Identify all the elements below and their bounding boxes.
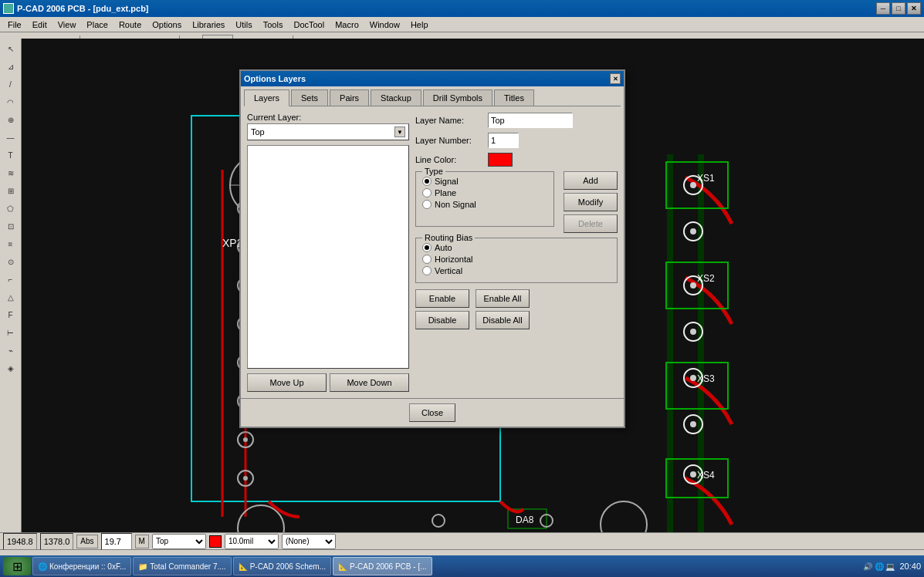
lt-wire[interactable]: ⊿ <box>2 58 19 75</box>
disable-buttons-row: Disable Disable All <box>415 311 618 329</box>
type-signal-row[interactable]: Signal <box>422 177 547 186</box>
layer-select[interactable]: Top <box>152 534 206 549</box>
menu-route[interactable]: Route <box>114 19 146 31</box>
lt-pad[interactable]: ≋ <box>2 164 19 181</box>
type-group-box: Type Signal Plane Non Signal <box>415 171 554 227</box>
type-nonsignal-radio[interactable] <box>422 200 432 209</box>
move-down-button[interactable]: Move Down <box>330 373 409 392</box>
taskbar-item-conf[interactable]: 🌐 Конференции :: 0xF... <box>32 557 131 575</box>
menu-macro[interactable]: Macro <box>330 19 364 31</box>
svg-point-19 <box>243 437 248 442</box>
routing-vertical-radio[interactable] <box>422 266 432 275</box>
lt-shape[interactable]: △ <box>2 288 19 305</box>
dialog-title-bar: Options Layers ✕ <box>241 71 624 86</box>
menu-help[interactable]: Help <box>406 19 433 31</box>
current-layer-value: Top <box>251 127 265 137</box>
coord-y-field: 1378.0 <box>40 533 74 550</box>
close-button[interactable]: ✕ <box>907 2 921 15</box>
lt-text[interactable]: T <box>2 147 19 164</box>
type-signal-radio[interactable] <box>422 177 432 186</box>
disable-button[interactable]: Disable <box>415 311 469 329</box>
tab-sets[interactable]: Sets <box>291 89 328 106</box>
type-plane-radio[interactable] <box>422 188 432 197</box>
tab-layers[interactable]: Layers <box>244 89 289 106</box>
menu-libraries[interactable]: Libraries <box>188 19 229 31</box>
line-width-select[interactable]: 10.0mil <box>225 534 279 549</box>
layer-list-box[interactable] <box>247 145 409 369</box>
menu-place[interactable]: Place <box>82 19 113 31</box>
maximize-button[interactable]: □ <box>892 2 905 15</box>
current-layer-dropdown[interactable]: Top ▼ <box>247 123 409 140</box>
tab-titles[interactable]: Titles <box>494 89 534 106</box>
type-plane-row[interactable]: Plane <box>422 188 547 197</box>
routing-auto-radio[interactable] <box>422 243 432 252</box>
layer-number-input[interactable] <box>488 133 519 148</box>
enable-button[interactable]: Enable <box>415 289 469 308</box>
taskbar-item-pcb[interactable]: 📐 P-CAD 2006 PCB - [... <box>333 557 432 575</box>
svg-point-46 <box>690 329 696 335</box>
start-button[interactable]: ⊞ <box>3 557 31 575</box>
routing-vertical-label: Vertical <box>435 266 462 275</box>
lt-pour[interactable]: ⊡ <box>2 218 19 235</box>
routing-horizontal-radio[interactable] <box>422 255 432 264</box>
menu-file[interactable]: File <box>3 19 26 31</box>
clock: 20:40 <box>899 562 921 571</box>
line-color-picker[interactable] <box>488 153 513 167</box>
move-up-button[interactable]: Move Up <box>247 373 327 392</box>
lt-measure[interactable]: — <box>2 129 19 146</box>
close-dialog-button[interactable]: Close <box>409 403 455 422</box>
menu-tools[interactable]: Tools <box>259 19 288 31</box>
menu-window[interactable]: Window <box>365 19 404 31</box>
lt-arc[interactable]: ◠ <box>2 93 19 110</box>
disable-all-button[interactable]: Disable All <box>476 311 530 329</box>
routing-horizontal-row[interactable]: Horizontal <box>422 255 611 264</box>
type-plane-label: Plane <box>435 188 456 197</box>
type-nonsignal-row[interactable]: Non Signal <box>422 200 547 209</box>
tab-drill-symbols[interactable]: Drill Symbols <box>423 89 492 106</box>
delete-button[interactable]: Delete <box>564 214 618 233</box>
svg-point-42 <box>690 228 696 235</box>
abs-btn[interactable]: Abs <box>76 535 97 548</box>
lt-rule[interactable]: F <box>2 306 19 323</box>
tab-pairs[interactable]: Pairs <box>330 89 369 106</box>
left-panel: Current Layer: Top ▼ Move Up Move Down <box>247 113 409 392</box>
svg-point-21 <box>243 476 248 481</box>
taskbar-item-tc[interactable]: 📁 Total Commander 7.... <box>133 557 231 575</box>
menu-utils[interactable]: Utils <box>231 19 256 31</box>
dialog-tabs: Layers Sets Pairs Stackup Drill Symbols … <box>244 89 621 106</box>
modify-button[interactable]: Modify <box>564 193 618 211</box>
menu-edit[interactable]: Edit <box>28 19 52 31</box>
lt-select[interactable]: ↖ <box>2 40 19 57</box>
svg-text:DA8: DA8 <box>516 515 534 525</box>
svg-text:XS4: XS4 <box>697 470 715 481</box>
minimize-button[interactable]: ─ <box>876 2 890 15</box>
lt-misc2[interactable]: ⌁ <box>2 342 19 359</box>
menu-doctool[interactable]: DocTool <box>289 19 329 31</box>
dialog-close-x[interactable]: ✕ <box>610 73 621 84</box>
menu-options[interactable]: Options <box>147 19 186 31</box>
enable-all-button[interactable]: Enable All <box>476 289 530 308</box>
svg-point-44 <box>690 282 696 288</box>
routing-auto-row[interactable]: Auto <box>422 243 611 252</box>
lt-misc3[interactable]: ◈ <box>2 359 19 376</box>
tab-stackup[interactable]: Stackup <box>371 89 421 106</box>
zoom-input[interactable] <box>101 533 132 550</box>
lt-poly[interactable]: ⬠ <box>2 200 19 217</box>
routing-vertical-row[interactable]: Vertical <box>422 266 611 275</box>
menu-view[interactable]: View <box>53 19 81 31</box>
lt-misc1[interactable]: ⊢ <box>2 324 19 341</box>
lt-via[interactable]: ⊙ <box>2 253 19 270</box>
taskbar-label-tc: Total Commander 7.... <box>150 562 225 571</box>
layer-color-indicator <box>209 535 222 548</box>
lt-line[interactable]: / <box>2 76 19 93</box>
lt-bus[interactable]: ≡ <box>2 235 19 252</box>
net-select[interactable]: (None) <box>282 534 336 549</box>
taskbar-tray: 🔊 🌐 💻 20:40 <box>863 562 921 571</box>
menu-bar: File Edit View Place Route Options Libra… <box>0 17 924 32</box>
lt-comp[interactable]: ⊞ <box>2 182 19 199</box>
taskbar-item-schem[interactable]: 📐 P-CAD 2006 Schem... <box>233 557 331 575</box>
add-button[interactable]: Add <box>564 171 618 190</box>
layer-name-input[interactable] <box>488 113 573 128</box>
lt-zoom-in[interactable]: ⊕ <box>2 111 19 128</box>
lt-route[interactable]: ⌐ <box>2 271 19 288</box>
